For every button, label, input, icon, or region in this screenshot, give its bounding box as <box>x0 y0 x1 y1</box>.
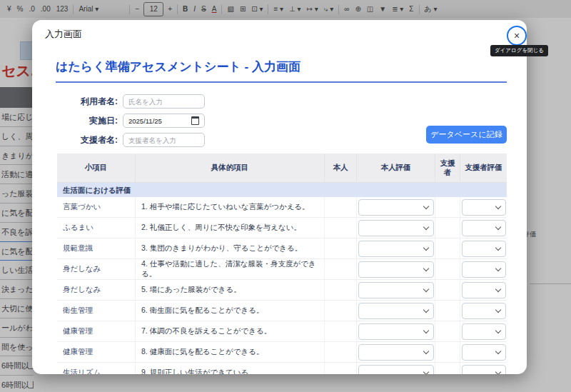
close-button[interactable]: × <box>507 26 527 46</box>
self-eval-select[interactable] <box>358 344 434 361</box>
table-header-row: 小項目具体的項目本人本人評価支援者支援者評価 <box>57 154 507 183</box>
chevron-down-icon <box>423 203 428 208</box>
category-cell: 身だしなみ <box>57 280 136 300</box>
supporter-eval-select[interactable] <box>462 303 506 319</box>
item-cell: 3. 集団のきまりがわかり、守ることができる。 <box>136 238 325 258</box>
column-header: 具体的項目 <box>136 154 325 182</box>
item-cell: 9. 規則正しい生活ができている。 <box>136 363 325 374</box>
date-input[interactable]: 2025/11/25 <box>123 114 205 128</box>
self-eval-select[interactable] <box>358 199 434 216</box>
supporter-eval-select[interactable] <box>462 261 506 278</box>
chevron-down-icon <box>495 327 500 333</box>
self-eval-select[interactable] <box>358 303 434 319</box>
self-score-cell <box>325 259 357 279</box>
column-header: 小項目 <box>57 154 136 182</box>
supporter-name-input[interactable] <box>123 133 205 147</box>
self-score-cell <box>325 280 357 300</box>
page-title: はたらく準備アセスメントシート - 入力画面 <box>56 59 507 83</box>
column-header: 本人評価 <box>357 154 435 182</box>
table-row: 健康管理 8. 健康面に気を配ることができる。 <box>57 342 507 363</box>
screen: セス. 場に応じたしく、周りきまりがわ活動に適しった服装がに気を配る不良を訴えに… <box>0 0 571 392</box>
chevron-down-icon <box>423 306 428 312</box>
self-score-cell <box>325 238 357 258</box>
self-eval-select[interactable] <box>358 282 434 298</box>
supporter-eval-select[interactable] <box>462 241 506 257</box>
dialog-title: 入力画面 <box>45 28 82 41</box>
table-row: 生活リズム 9. 規則正しい生活ができている。 <box>57 363 507 374</box>
close-tooltip: ダイアログを閉じる <box>490 45 548 56</box>
self-eval-select[interactable] <box>358 220 434 236</box>
assessment-table: 小項目具体的項目本人本人評価支援者支援者評価 生活面における評価 言葉づかい 1… <box>57 154 507 374</box>
supporter-score-cell <box>435 342 460 362</box>
category-cell: 衛生管理 <box>57 301 136 321</box>
supporter-eval-select[interactable] <box>462 282 506 298</box>
input-dialog: 入力画面 × はたらく準備アセスメントシート - 入力画面 利用者名: 実施日:… <box>32 20 527 374</box>
supporter-eval-select[interactable] <box>462 344 506 361</box>
chevron-down-icon <box>423 244 428 250</box>
self-score-cell <box>325 342 357 362</box>
column-header: 支援者 <box>435 154 460 182</box>
chevron-down-icon <box>495 286 500 291</box>
self-score-cell <box>325 197 357 217</box>
self-score-cell <box>325 218 357 238</box>
category-cell: 身だしなみ <box>57 259 136 279</box>
table-row: 健康管理 7. 体調の不良を訴えることができる。 <box>57 321 507 342</box>
chevron-down-icon <box>423 286 428 291</box>
category-cell: 生活リズム <box>57 363 136 374</box>
category-cell: 健康管理 <box>57 342 136 362</box>
supporter-score-cell <box>435 321 460 341</box>
self-eval-select[interactable] <box>358 365 434 375</box>
chevron-down-icon <box>423 327 428 333</box>
chevron-down-icon <box>495 265 500 271</box>
chevron-down-icon <box>423 348 428 353</box>
item-cell: 6. 衛生面に気を配ることができる。 <box>136 301 325 321</box>
table-row: 言葉づかい 1. 相手や場に応じたていねいな言葉がつかえる。 <box>57 197 507 218</box>
self-eval-select[interactable] <box>358 241 434 257</box>
date-value: 2025/11/25 <box>128 117 162 125</box>
calendar-icon <box>191 116 199 125</box>
date-label: 実施日: <box>46 114 118 128</box>
supporter-eval-select[interactable] <box>462 365 506 375</box>
self-score-cell <box>325 363 357 374</box>
category-cell: 言葉づかい <box>57 197 136 217</box>
supporter-score-cell <box>435 363 460 374</box>
self-eval-select[interactable] <box>358 261 434 278</box>
category-cell: ふるまい <box>57 218 136 238</box>
self-score-cell <box>325 321 357 341</box>
supporter-eval-select[interactable] <box>462 199 506 216</box>
user-name-input[interactable] <box>123 94 205 109</box>
chevron-down-icon <box>423 368 428 374</box>
table-row: 規範意識 3. 集団のきまりがわかり、守ることができる。 <box>57 238 507 259</box>
supporter-eval-select[interactable] <box>462 220 506 236</box>
chevron-down-icon <box>495 223 500 229</box>
supporter-score-cell <box>435 238 460 258</box>
chevron-down-icon <box>495 203 500 208</box>
category-cell: 規範意識 <box>57 238 136 258</box>
supporter-score-cell <box>435 301 460 321</box>
supporter-eval-select[interactable] <box>462 323 506 340</box>
user-name-label: 利用者名: <box>46 94 118 109</box>
close-icon: × <box>514 31 520 41</box>
table-row: 衛生管理 6. 衛生面に気を配ることができる。 <box>57 301 507 321</box>
item-cell: 2. 礼儀正しく、周りに不快な印象を与えない。 <box>136 218 325 238</box>
record-to-database-button[interactable]: データベースに記録 <box>426 126 507 144</box>
chevron-down-icon <box>495 306 500 312</box>
table-row: 身だしなみ 4. 仕事や活動に適した、清潔な服装・身支度ができる。 <box>57 259 507 280</box>
table-body: 言葉づかい 1. 相手や場に応じたていねいな言葉がつかえる。 <box>57 197 507 374</box>
self-score-cell <box>325 301 357 321</box>
table-row: 身だしなみ 5. 場にあった服装ができる。 <box>57 280 507 301</box>
chevron-down-icon <box>495 368 500 374</box>
chevron-down-icon <box>423 265 428 271</box>
supporter-score-cell <box>435 218 460 238</box>
item-cell: 7. 体調の不良を訴えることができる。 <box>136 321 325 341</box>
supporter-score-cell <box>435 280 460 300</box>
chevron-down-icon <box>423 223 428 229</box>
self-eval-select[interactable] <box>358 323 434 340</box>
chevron-down-icon <box>495 348 500 353</box>
item-cell: 4. 仕事や活動に適した、清潔な服装・身支度ができる。 <box>136 259 325 279</box>
category-cell: 健康管理 <box>57 321 136 341</box>
item-cell: 8. 健康面に気を配ることができる。 <box>136 342 325 362</box>
item-cell: 1. 相手や場に応じたていねいな言葉がつかえる。 <box>136 197 325 217</box>
item-cell: 5. 場にあった服装ができる。 <box>136 280 325 300</box>
column-header: 本人 <box>325 154 357 182</box>
